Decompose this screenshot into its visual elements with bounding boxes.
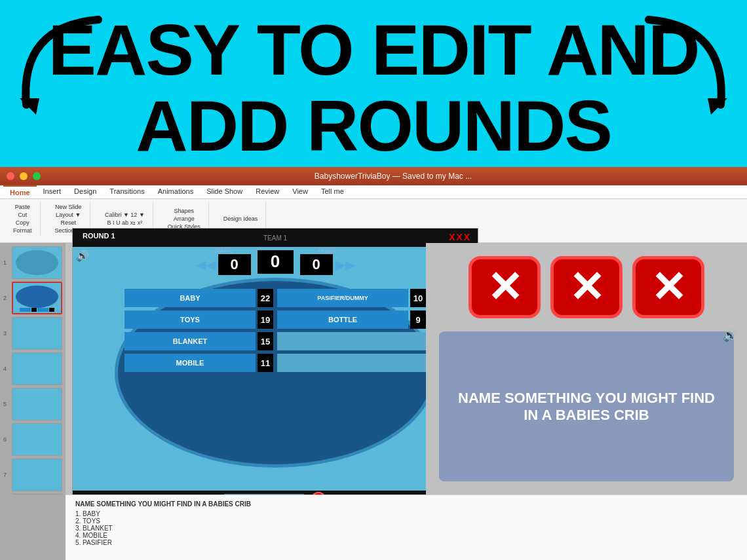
- answer-empty-1: [277, 332, 426, 350]
- slide-thumb-6[interactable]: 6: [3, 423, 62, 456]
- layout-button[interactable]: Layout ▼: [53, 211, 83, 219]
- font-selector[interactable]: Calibri ▼ 12 ▼: [102, 211, 147, 219]
- answer-score-toys: 19: [258, 310, 273, 329]
- answer-empty-2: [277, 354, 426, 372]
- notes-item-5: 5. PASIFIER: [75, 539, 737, 546]
- team2-label-score: TEAM 2: [318, 248, 337, 254]
- format-painter-button[interactable]: Format: [10, 227, 35, 234]
- ribbon-group-paste: Paste Cut Copy Format: [5, 202, 41, 236]
- tab-home[interactable]: Home: [3, 185, 37, 198]
- svg-marker-0: [20, 98, 39, 115]
- notes-item-4: 4. MOBILE: [75, 532, 737, 539]
- xxx-icons-container: ✕ ✕ ✕: [439, 256, 734, 318]
- header-section: EASY TO EDIT AND ADD ROUNDS: [0, 0, 747, 170]
- notes-item-2: 2. TOYS: [75, 517, 737, 525]
- main-slide: TEAM 1 ROUND 1 XXX TEAM 1 ◀◀ 0 0 TEAM 2 …: [72, 228, 478, 510]
- slide-thumb-4[interactable]: 4: [3, 352, 62, 385]
- reset-button[interactable]: Reset: [58, 219, 79, 227]
- answer-row-toys: TOYS 19: [125, 310, 273, 329]
- tab-design[interactable]: Design: [67, 185, 103, 198]
- design-ideas-button[interactable]: Design Ideas: [221, 215, 261, 223]
- slide-thumb-5[interactable]: 5: [3, 388, 62, 420]
- answer-text-blanket: BLANKET: [125, 332, 256, 350]
- answer-score-pasifier: 10: [410, 289, 426, 307]
- window-title: BabyshowerTriviaBoy — Saved to my Mac ..…: [46, 172, 740, 181]
- tab-insert[interactable]: Insert: [37, 185, 68, 198]
- round-label: ROUND 1: [83, 232, 115, 240]
- speaker-icon-right: 🔊: [723, 328, 737, 343]
- answer-text-baby: BABY: [125, 289, 256, 307]
- tab-animations[interactable]: Animations: [151, 185, 200, 198]
- tab-view[interactable]: View: [286, 185, 315, 198]
- x-icon-2: ✕: [550, 256, 622, 318]
- score-team1: 0: [218, 254, 251, 275]
- slide-thumb-2[interactable]: 2: [3, 282, 62, 314]
- team1-label-score: TEAM 1: [214, 248, 233, 254]
- team1-label: TEAM 1: [263, 234, 287, 242]
- ribbon-tabs: Home Insert Design Transitions Animation…: [0, 185, 747, 199]
- answer-row-mobile: MOBILE 11: [125, 354, 273, 372]
- new-slide-button[interactable]: New Slide: [52, 203, 85, 211]
- tab-tellme[interactable]: Tell me: [315, 185, 351, 198]
- answer-row-bottle: BOTTLE 9: [277, 310, 426, 329]
- answer-row-empty1: [277, 332, 426, 350]
- title-bar: BabyshowerTriviaBoy — Saved to my Mac ..…: [0, 167, 747, 185]
- slide-edit-area: TEAM 1 ROUND 1 XXX TEAM 1 ◀◀ 0 0 TEAM 2 …: [66, 243, 485, 495]
- score-team2: 0: [300, 254, 333, 275]
- x-icon-3: ✕: [632, 256, 704, 318]
- slide-thumb-3[interactable]: 3: [3, 317, 62, 350]
- bottom-left-corner: [0, 495, 66, 560]
- answer-grid: BABY 22 TOYS 19 BLANKET 15 MOBILE 11: [125, 289, 426, 372]
- question-panel: NAME SOMETHING YOU MIGHT FIND IN A BABIE…: [439, 331, 734, 481]
- answer-text-mobile: MOBILE: [125, 354, 256, 372]
- paste-button[interactable]: Paste: [12, 203, 33, 211]
- xxx-label: XXX: [449, 232, 471, 242]
- arrow-left-icon: [7, 7, 111, 138]
- answer-text-pasifier: PASIFIER/DUMMY: [277, 289, 408, 307]
- tab-transitions[interactable]: Transitions: [103, 185, 151, 198]
- answer-score-baby: 22: [258, 289, 273, 307]
- header-line1: EASY TO EDIT AND: [39, 12, 708, 88]
- answer-score-blanket: 15: [258, 332, 273, 350]
- answer-row-pasifier: PASIFIER/DUMMY 10: [277, 289, 426, 307]
- answer-text-bottle: BOTTLE: [277, 310, 408, 329]
- minimize-button[interactable]: [20, 172, 28, 180]
- arrow-right-icon: [636, 7, 740, 138]
- slide-thumb-1[interactable]: 1: [3, 246, 62, 279]
- header-line2: ADD ROUNDS: [39, 88, 708, 164]
- tab-review[interactable]: Review: [249, 185, 286, 198]
- notes-item-1: 1. BABY: [75, 510, 737, 517]
- slide-notes: NAME SOMETHING YOU MIGHT FIND IN A BABIE…: [66, 495, 747, 560]
- answer-text-toys: TOYS: [125, 310, 256, 329]
- svg-marker-1: [708, 98, 727, 115]
- answer-score-mobile: 11: [258, 354, 273, 372]
- question-text: NAME SOMETHING YOU MIGHT FIND IN A BABIE…: [452, 390, 721, 424]
- cut-button[interactable]: Cut: [15, 211, 29, 219]
- notes-title: NAME SOMETHING YOU MIGHT FIND IN A BABIE…: [75, 500, 737, 508]
- slide-thumb-7[interactable]: 7: [3, 458, 62, 491]
- tab-slideshow[interactable]: Slide Show: [200, 185, 249, 198]
- maximize-button[interactable]: [33, 172, 41, 180]
- right-panel: ✕ ✕ ✕ 🔊 NAME SOMETHING YOU MIGHT FIND IN…: [426, 243, 747, 495]
- answer-row-blanket: BLANKET 15: [125, 332, 273, 350]
- font-format-buttons[interactable]: B I U ab x₂ x²: [105, 219, 145, 227]
- shapes-button[interactable]: Shapes: [172, 207, 197, 215]
- arrange-button[interactable]: Arrange: [171, 215, 197, 223]
- x-icon-1: ✕: [469, 256, 541, 318]
- close-button[interactable]: [7, 172, 14, 180]
- copy-button[interactable]: Copy: [13, 219, 32, 227]
- answer-score-bottle: 9: [410, 310, 426, 329]
- score-center: 0: [258, 250, 294, 274]
- answer-row-baby: BABY 22: [125, 289, 273, 307]
- speaker-icon: 🔊: [76, 250, 89, 262]
- answer-row-empty2: [277, 354, 426, 372]
- notes-item-3: 3. BLANKET: [75, 525, 737, 532]
